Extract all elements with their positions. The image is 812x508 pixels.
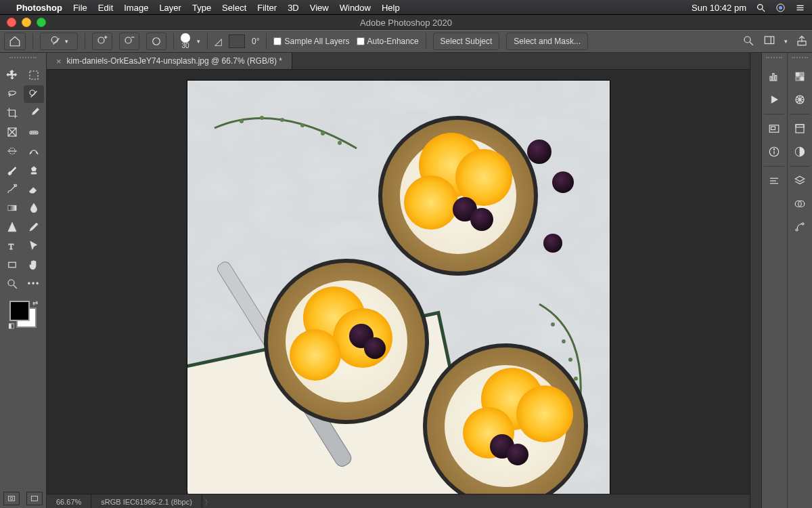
brush-preset-picker[interactable]: 30: [181, 33, 190, 49]
control-center-icon[interactable]: [795, 3, 805, 13]
path-selection-tool[interactable]: [24, 237, 44, 255]
histogram-panel-icon[interactable]: [764, 68, 784, 85]
swatches-panel-icon[interactable]: [790, 68, 810, 85]
menu-layer[interactable]: Layer: [159, 3, 181, 13]
new-selection-button[interactable]: [146, 33, 166, 50]
menu-type[interactable]: Type: [192, 3, 211, 13]
brush-size-value: 30: [181, 43, 189, 49]
vertical-scrollbar[interactable]: [750, 53, 761, 508]
svg-point-3: [779, 6, 782, 9]
channels-panel-icon[interactable]: [790, 195, 810, 213]
svg-line-15: [750, 42, 753, 45]
color-swatches[interactable]: ⇄ ◧: [8, 299, 38, 329]
brush-size-dot: [181, 33, 190, 43]
layers-panel-icon[interactable]: [790, 172, 810, 190]
menu-3d[interactable]: 3D: [288, 3, 299, 13]
edit-toolbar[interactable]: •••: [24, 275, 44, 293]
menubar-clock[interactable]: Sun 10:42 pm: [692, 3, 746, 13]
status-expand-icon[interactable]: 〉: [202, 497, 215, 507]
document-tab[interactable]: × kim-daniels-OrkEasJeY74-unsplash.jpg @…: [47, 53, 292, 69]
close-tab-icon[interactable]: ×: [56, 56, 62, 66]
workspace-switcher[interactable]: [763, 35, 776, 49]
panel-grip[interactable]: [792, 57, 808, 62]
search-icon[interactable]: [742, 35, 754, 49]
blur-tool[interactable]: [24, 199, 44, 217]
svg-rect-36: [9, 496, 15, 501]
spot-healing-tool[interactable]: [24, 123, 44, 141]
mac-menubar: Photoshop File Edit Image Layer Type Sel…: [0, 0, 812, 15]
frame-tool[interactable]: [2, 123, 22, 141]
swap-colors-icon[interactable]: ⇄: [32, 299, 38, 307]
lasso-tool[interactable]: [2, 85, 22, 103]
rectangle-tool[interactable]: [2, 256, 22, 274]
brush-tool[interactable]: [2, 161, 22, 179]
workspace: × kim-daniels-OrkEasJeY74-unsplash.jpg @…: [47, 53, 750, 508]
menu-file[interactable]: File: [73, 3, 87, 13]
brush-angle-value[interactable]: 0°: [252, 37, 259, 46]
hand-tool[interactable]: [24, 256, 44, 274]
eyedropper-tool[interactable]: [24, 104, 44, 122]
menu-select[interactable]: Select: [222, 3, 246, 13]
svg-point-71: [290, 329, 341, 381]
move-tool[interactable]: [2, 66, 22, 84]
svg-point-30: [15, 184, 17, 186]
subtract-from-selection-button[interactable]: [119, 33, 139, 50]
zoom-tool[interactable]: [2, 275, 22, 293]
svg-rect-83: [773, 74, 774, 81]
marquee-tool[interactable]: [24, 66, 44, 84]
patch-tool[interactable]: [2, 142, 22, 160]
menu-view[interactable]: View: [310, 3, 329, 13]
select-and-mask-button[interactable]: Select and Mask...: [506, 33, 588, 50]
quick-selection-tool[interactable]: [24, 85, 44, 103]
canvas-area[interactable]: [47, 70, 750, 494]
app-name[interactable]: Photoshop: [16, 3, 62, 13]
svg-rect-95: [800, 72, 804, 76]
crop-tool[interactable]: [2, 104, 22, 122]
screen-mode-toggle[interactable]: [26, 492, 43, 505]
chevron-down-icon[interactable]: ▾: [197, 38, 200, 45]
pen-tool[interactable]: [24, 218, 44, 236]
active-tool-preset[interactable]: ▾: [40, 33, 78, 50]
quickmask-toggle[interactable]: [3, 492, 20, 505]
color-panel-icon[interactable]: [790, 91, 810, 108]
menu-window[interactable]: Window: [340, 3, 371, 13]
panel-grip[interactable]: [766, 57, 782, 62]
auto-enhance-checkbox[interactable]: Auto-Enhance: [357, 37, 419, 46]
svg-text:T: T: [9, 242, 14, 251]
zoom-level[interactable]: 66.67%: [47, 494, 91, 508]
paragraph-panel-icon[interactable]: [764, 172, 784, 190]
content-aware-move-tool[interactable]: [24, 142, 44, 160]
color-profile[interactable]: sRGB IEC61966-2.1 (8bpc): [91, 494, 202, 508]
svg-line-35: [14, 285, 17, 289]
adjustments-panel-icon[interactable]: [790, 143, 810, 161]
foreground-color-swatch[interactable]: [9, 301, 30, 321]
paths-panel-icon[interactable]: [790, 218, 810, 236]
svg-rect-96: [796, 77, 799, 81]
history-brush-tool[interactable]: [2, 180, 22, 198]
info-panel-icon[interactable]: [764, 143, 784, 161]
dodge-tool[interactable]: [2, 218, 22, 236]
default-colors-icon[interactable]: ◧: [8, 322, 14, 329]
navigator-panel-icon[interactable]: [764, 120, 784, 137]
menu-image[interactable]: Image: [124, 3, 148, 13]
select-subject-button[interactable]: Select Subject: [433, 33, 500, 50]
brush-angle-box[interactable]: [229, 35, 245, 48]
sample-all-layers-checkbox[interactable]: Sample All Layers: [273, 37, 349, 46]
chevron-down-icon[interactable]: ▾: [784, 38, 788, 45]
actions-panel-icon[interactable]: [764, 91, 784, 108]
share-icon[interactable]: [796, 35, 808, 49]
eraser-tool[interactable]: [24, 180, 44, 198]
panel-grip[interactable]: [9, 57, 37, 62]
type-tool[interactable]: T: [2, 237, 22, 255]
home-button[interactable]: [4, 33, 26, 50]
clone-stamp-tool[interactable]: [24, 161, 44, 179]
menu-filter[interactable]: Filter: [257, 3, 277, 13]
menu-edit[interactable]: Edit: [98, 3, 113, 13]
siri-icon[interactable]: [775, 3, 786, 13]
gradient-tool[interactable]: [2, 199, 22, 217]
libraries-panel-icon[interactable]: [790, 120, 810, 137]
open-image[interactable]: [187, 81, 610, 494]
menu-help[interactable]: Help: [382, 3, 400, 13]
add-to-selection-button[interactable]: [92, 33, 112, 50]
spotlight-icon[interactable]: [756, 3, 766, 13]
